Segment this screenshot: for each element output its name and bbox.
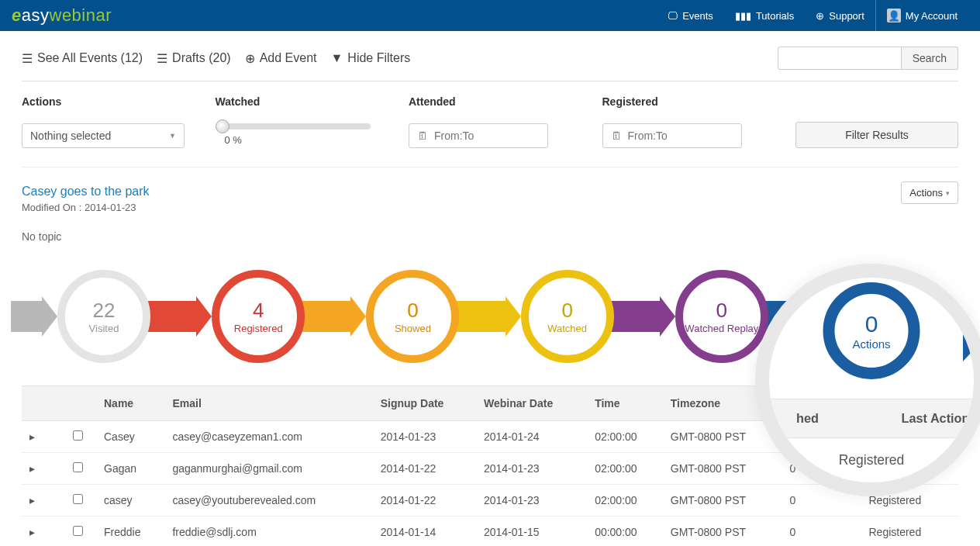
filter-icon: ▼ (330, 51, 343, 65)
filter-submit-col: Filter Results (795, 95, 958, 148)
calendar-icon: 🗓 (611, 130, 622, 142)
cell-signup: 2014-01-22 (373, 453, 476, 485)
cell-name: Freddie (96, 517, 164, 547)
filter-attended: Attended 🗓 (409, 95, 578, 148)
filter-row: Actions Nothing selected ▼ Watched 0 % A… (22, 81, 958, 168)
slider-thumb[interactable] (216, 119, 229, 133)
funnel-visited-num: 22 (93, 299, 116, 323)
add-event-label: Add Event (260, 51, 317, 65)
nav-events[interactable]: 🖵 Events (657, 0, 724, 31)
logo-webinar: webinar (50, 5, 112, 25)
funnel-visited[interactable]: 22 Visited (57, 270, 150, 363)
magnifier-circle: 0 Actions (823, 282, 920, 379)
hide-filters-link[interactable]: ▼ Hide Filters (330, 51, 410, 65)
th-email[interactable]: Email (164, 386, 372, 421)
row-checkbox[interactable] (73, 430, 83, 441)
actions-btn-label: Actions (909, 187, 943, 199)
search-box: Search (778, 47, 958, 70)
cell-tz: GMT-0800 PST (663, 517, 782, 547)
funnel-registered-num: 4 (253, 299, 264, 323)
search-button[interactable]: Search (902, 47, 958, 70)
magnifier-overlay: 0 Actions hed Last Action Registered (755, 264, 980, 496)
filter-watched-label: Watched (216, 95, 385, 108)
funnel-registered[interactable]: 4 Registered (212, 270, 305, 363)
th-checkbox (59, 386, 96, 421)
magnifier-col2: Last Action (871, 411, 980, 426)
nav-account-label: My Account (906, 10, 958, 22)
th-time[interactable]: Time (587, 386, 663, 421)
event-actions-button[interactable]: Actions ▾ (901, 181, 958, 204)
attended-date-input[interactable]: 🗓 (409, 123, 548, 148)
see-all-events-link[interactable]: ☰ See All Events (12) (22, 51, 143, 66)
registered-input-field[interactable] (628, 130, 733, 142)
add-event-link[interactable]: ⊕ Add Event (245, 51, 317, 66)
table-row: ▸Freddiefreddie@sdlj.com2014-01-142014-0… (22, 517, 958, 547)
drafts-label: Drafts (20) (172, 51, 231, 65)
expand-caret[interactable]: ▸ (22, 517, 59, 547)
filter-registered: Registered 🗓 (602, 95, 771, 148)
event-title[interactable]: Casey goes to the park (22, 185, 958, 199)
cell-name: Casey (96, 421, 164, 453)
funnel-replay[interactable]: 0 Watched Replay (675, 270, 768, 363)
nav-account[interactable]: 👤 My Account (876, 0, 968, 31)
funnel-registered-lbl: Registered (234, 323, 283, 334)
event-topic: No topic (22, 230, 958, 243)
drafts-link[interactable]: ☰ Drafts (20) (157, 51, 231, 66)
avatar-icon: 👤 (887, 9, 901, 22)
funnel-arrow (305, 301, 366, 332)
cell-last: Registered (861, 517, 958, 547)
cell-time: 00:00:00 (587, 517, 663, 547)
cell-email: freddie@sdlj.com (164, 517, 372, 547)
nav-events-label: Events (682, 10, 713, 22)
row-checkbox[interactable] (73, 462, 83, 472)
funnel-showed[interactable]: 0 Showed (366, 270, 459, 363)
funnel-arrow (614, 301, 675, 332)
th-signup[interactable]: Signup Date (373, 386, 476, 421)
th-expand (22, 386, 59, 421)
row-checkbox-cell (59, 485, 96, 517)
th-webinar[interactable]: Webinar Date (476, 386, 587, 421)
cell-signup: 2014-01-14 (373, 517, 476, 547)
magnifier-num: 0 (865, 310, 878, 337)
row-checkbox-cell (59, 453, 96, 485)
filter-results-button[interactable]: Filter Results (795, 122, 958, 148)
nav-tutorials-label: Tutorials (756, 10, 794, 22)
registered-date-input[interactable]: 🗓 (602, 123, 742, 148)
cell-signup: 2014-01-22 (373, 485, 476, 517)
filter-actions-label: Actions (22, 95, 191, 108)
event-modified: Modified On : 2014-01-23 (22, 202, 958, 213)
funnel-replay-num: 0 (716, 299, 727, 323)
cell-time: 02:00:00 (587, 421, 663, 453)
nav-support[interactable]: ⊕ Support (805, 0, 875, 31)
funnel-showed-num: 0 (407, 299, 418, 323)
funnel-replay-lbl: Watched Replay (685, 323, 758, 334)
funnel-arrow (150, 301, 212, 332)
nav-tutorials[interactable]: ▮▮▮ Tutorials (724, 0, 805, 31)
plus-circle-icon: ⊕ (245, 51, 255, 66)
actions-selected-text: Nothing selected (30, 130, 111, 142)
filter-watched: Watched 0 % (216, 95, 385, 148)
actions-select[interactable]: Nothing selected ▼ (22, 123, 185, 148)
cell-webinar: 2014-01-23 (476, 485, 587, 517)
magnifier-col1: hed (755, 411, 871, 426)
cell-time: 02:00:00 (587, 453, 663, 485)
row-checkbox[interactable] (73, 494, 83, 504)
expand-caret[interactable]: ▸ (22, 421, 59, 453)
expand-caret[interactable]: ▸ (22, 485, 59, 517)
cell-signup: 2014-01-23 (373, 421, 476, 453)
cell-tz: GMT-0800 PST (663, 453, 782, 485)
funnel-watched[interactable]: 0 Watched (521, 270, 614, 363)
magnifier-header-row: hed Last Action (755, 399, 980, 438)
funnel-watched-num: 0 (561, 299, 572, 323)
cell-name: casey (96, 485, 164, 517)
cell-tz: GMT-0800 PST (663, 485, 782, 517)
row-checkbox[interactable] (73, 526, 83, 536)
search-input[interactable] (778, 47, 902, 70)
magnifier-lbl: Actions (852, 337, 890, 351)
attended-input-field[interactable] (434, 130, 540, 142)
filter-registered-label: Registered (602, 95, 771, 108)
expand-caret[interactable]: ▸ (22, 453, 59, 485)
watched-slider[interactable] (216, 123, 371, 130)
cell-name: Gagan (96, 453, 164, 485)
th-name[interactable]: Name (96, 386, 164, 421)
